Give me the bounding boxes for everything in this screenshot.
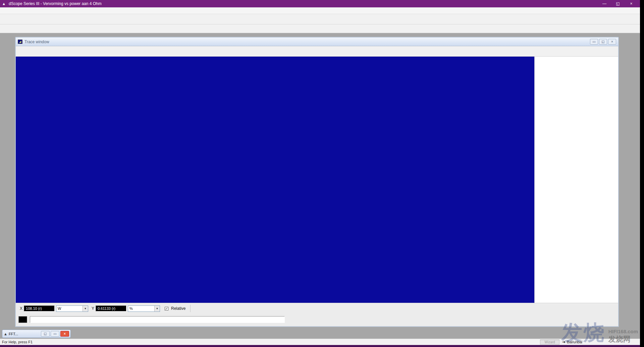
fft-menu-button[interactable]: ▭: [51, 331, 59, 337]
trace-color-swatch[interactable]: [18, 316, 27, 323]
y-unit-select[interactable]: % ▼: [128, 305, 160, 312]
trace-restore-button[interactable]: ◱: [599, 39, 607, 45]
wizard-indicator: Wizard: [540, 340, 559, 345]
trace-window-title: Trace window: [24, 40, 589, 44]
annotation-bar: [16, 314, 618, 325]
fft-close-button[interactable]: ×: [60, 331, 69, 337]
close-button[interactable]: ×: [625, 0, 638, 7]
y-label: Y: [92, 306, 94, 311]
main-toolbar: [0, 14, 640, 24]
relative-label: Relative: [171, 306, 185, 311]
relative-checkbox[interactable]: ✓: [165, 307, 168, 310]
trace-close-button[interactable]: ×: [608, 39, 616, 45]
x-value-field[interactable]: 108.10 (r): [24, 305, 55, 311]
trace-window-titlebar[interactable]: ◢ Trace window ▭ ◱ ×: [16, 38, 618, 46]
mdi-workspace: ◢ Trace window ▭ ◱ × X 108.10 (r) W ▼: [0, 33, 640, 339]
trace-minimize-button[interactable]: ▭: [590, 39, 598, 45]
thd-vs-power-chart[interactable]: [16, 57, 534, 303]
x-unit-value: W: [56, 306, 83, 310]
fft-restore-button[interactable]: ◱: [41, 331, 50, 337]
fft-window-icon: ▲: [4, 332, 7, 336]
app-logo-icon: ▲: [2, 1, 7, 6]
fft-window-label: FFT...: [9, 332, 40, 336]
restore-button[interactable]: ◱: [611, 0, 625, 7]
y-value-field[interactable]: 0.61133 (r): [96, 305, 126, 311]
plot-area[interactable]: [16, 57, 534, 303]
chevron-down-icon[interactable]: ▼: [83, 306, 88, 311]
route-label: Bal/unbal: [567, 340, 582, 344]
minimize-button[interactable]: —: [598, 0, 611, 7]
minimized-fft-window[interactable]: ▲ FFT... ◱ ▭ ×: [2, 330, 71, 338]
trace-window-icon: ◢: [18, 40, 22, 44]
title-bar: ▲ dScope Series III - Vervorming vs powe…: [0, 0, 640, 7]
application-window: ▲ dScope Series III - Vervorming vs powe…: [0, 0, 644, 347]
shortcut-tab-row: [0, 24, 640, 33]
cursor-readout-bar: X 108.10 (r) W ▼ Y 0.61133 (r) % ▼ ✓ Rel…: [16, 303, 618, 314]
route-arrow-icon: ➔: [562, 340, 566, 344]
menu-bar: [0, 7, 640, 14]
x-label: X: [20, 306, 22, 311]
y-unit-value: %: [128, 306, 154, 310]
chevron-down-icon[interactable]: ▼: [154, 306, 160, 311]
status-help-text: For Help, press F1: [2, 340, 539, 344]
trace-legend-panel: [534, 57, 618, 303]
screen-edge: [640, 0, 644, 347]
annotation-input[interactable]: [30, 316, 285, 323]
x-unit-select[interactable]: W ▼: [56, 305, 88, 312]
status-bar: For Help, press F1 Wizard ➔ Bal/unbal: [0, 339, 640, 345]
trace-window: ◢ Trace window ▭ ◱ × X 108.10 (r) W ▼: [15, 37, 619, 327]
taskbar-strip: [0, 345, 644, 347]
window-title: dScope Series III - Vervorming vs power …: [9, 1, 598, 6]
trace-toolbar: [16, 46, 618, 57]
